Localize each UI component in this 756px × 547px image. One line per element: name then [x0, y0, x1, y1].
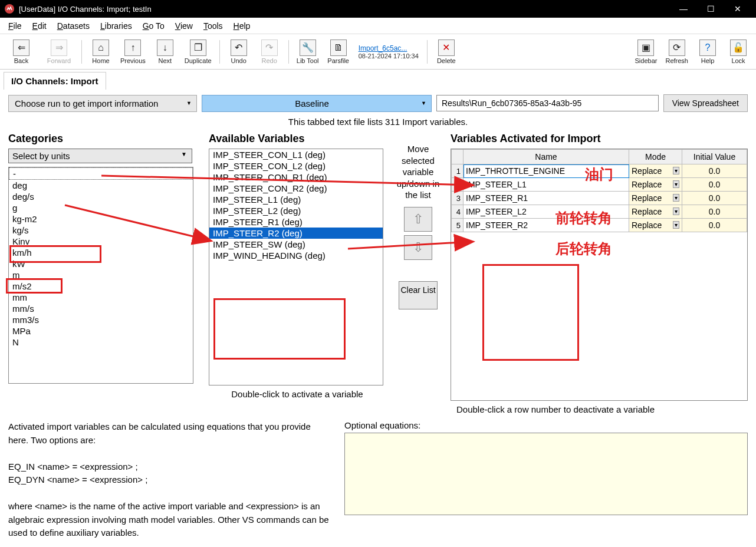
unit-item[interactable]: mm3/s	[9, 314, 193, 325]
mode-cell[interactable]: Replace	[629, 205, 682, 219]
menu-view[interactable]: View	[170, 20, 198, 32]
select-by-units-dropdown[interactable]: Select by units	[8, 149, 192, 163]
close-button[interactable]: ✕	[724, 0, 751, 18]
categories-title: Categories	[8, 133, 203, 145]
undo-icon: ↶	[231, 39, 247, 56]
sidebar-button[interactable]: ▣Sidebar	[632, 35, 660, 68]
previous-button[interactable]: ↑Previous	[117, 35, 149, 68]
available-item[interactable]: IMP_STEER_CON_R1 (deg)	[209, 172, 383, 183]
unit-item[interactable]: g	[9, 202, 193, 213]
unit-item[interactable]: km/h	[9, 247, 193, 258]
choose-run-dropdown[interactable]: Choose run to get import information	[8, 95, 197, 112]
unit-item[interactable]: deg	[9, 180, 193, 191]
menu-datasets[interactable]: Datasets	[52, 20, 94, 32]
undo-button[interactable]: ↶Undo	[225, 35, 253, 68]
parsfile-button[interactable]: 🗎Parsfile	[324, 35, 353, 68]
optional-equations-textarea[interactable]	[344, 433, 748, 515]
name-cell[interactable]: IMP_STEER_R1	[464, 192, 629, 205]
table-row[interactable]: 2 IMP_STEER_L1 Replace 0.0	[452, 178, 747, 192]
init-cell[interactable]: 0.0	[682, 178, 747, 192]
move-down-button[interactable]: ⇩	[404, 235, 432, 260]
activated-hint: Double-click a row number to deactivate …	[456, 404, 748, 414]
libtool-button[interactable]: 🔧Lib Tool	[294, 35, 322, 68]
name-cell[interactable]: IMP_STEER_R2	[464, 219, 629, 232]
menu-tools[interactable]: Tools	[199, 20, 228, 32]
unit-item[interactable]: MPa	[9, 325, 193, 337]
table-row[interactable]: 1 IMP_THROTTLE_ENGINE Replace 0.0	[452, 164, 747, 178]
refresh-button[interactable]: ⟳Refresh	[662, 35, 691, 68]
available-item[interactable]: IMP_STEER_R1 (deg)	[209, 216, 383, 228]
forward-icon: ⇒	[51, 39, 67, 56]
unit-item[interactable]: kg-m2	[9, 213, 193, 225]
results-path-input[interactable]	[436, 95, 659, 111]
available-item[interactable]: IMP_STEER_R2 (deg)	[209, 228, 383, 239]
mode-cell[interactable]: Replace	[629, 219, 682, 232]
unit-item[interactable]: m/s2	[9, 281, 193, 292]
recent-file-date: 08-21-2024 17:10:34	[359, 52, 419, 60]
menubar: File Edit Datasets Libraries Go To View …	[0, 18, 756, 34]
menu-goto[interactable]: Go To	[138, 20, 169, 32]
init-cell[interactable]: 0.0	[682, 219, 747, 232]
available-item[interactable]: IMP_STEER_CON_L1 (deg)	[209, 149, 383, 160]
unit-item[interactable]: m	[9, 269, 193, 281]
name-cell[interactable]: IMP_STEER_L1	[464, 178, 629, 192]
available-item[interactable]: IMP_WIND_HEADING (deg)	[209, 250, 383, 261]
table-row[interactable]: 3 IMP_STEER_R1 Replace 0.0	[452, 192, 747, 205]
next-button[interactable]: ↓Next	[151, 35, 179, 68]
available-item[interactable]: IMP_STEER_SW (deg)	[209, 239, 383, 250]
back-button[interactable]: ⇐Back	[4, 35, 39, 68]
clear-list-button[interactable]: Clear List	[399, 281, 438, 309]
menu-file[interactable]: File	[4, 20, 27, 32]
unit-item[interactable]: kg/s	[9, 225, 193, 236]
activated-table-wrap: Name Mode Initial Value 1 IMP_THROTTLE_E…	[451, 149, 748, 401]
units-list[interactable]: -degdeg/sgkg-m2kg/sKinvkm/hkWmm/s2mmmm/s…	[8, 167, 193, 384]
bottom-help-text: Activated import variables can be calcul…	[8, 420, 333, 540]
unit-item[interactable]: mm/s	[9, 303, 193, 314]
unit-item[interactable]: deg/s	[9, 191, 193, 202]
available-item[interactable]: IMP_STEER_CON_R2 (deg)	[209, 183, 383, 194]
recent-file[interactable]: Import_6c5ac... 08-21-2024 17:10:34	[355, 35, 422, 68]
duplicate-button[interactable]: ❐Duplicate	[182, 35, 215, 68]
menu-libraries[interactable]: Libraries	[96, 20, 137, 32]
init-cell[interactable]: 0.0	[682, 192, 747, 205]
activated-table[interactable]: Name Mode Initial Value 1 IMP_THROTTLE_E…	[451, 149, 747, 232]
init-cell[interactable]: 0.0	[682, 205, 747, 219]
redo-button[interactable]: ↷Redo	[255, 35, 284, 68]
mode-cell[interactable]: Replace	[629, 164, 682, 178]
mode-cell[interactable]: Replace	[629, 192, 682, 205]
help-button[interactable]: ?Help	[693, 35, 722, 68]
minimize-button[interactable]: —	[670, 0, 697, 18]
move-up-button[interactable]: ⇧	[404, 207, 432, 232]
available-item[interactable]: IMP_STEER_L2 (deg)	[209, 205, 383, 216]
tab-io-channels-import[interactable]: I/O Channels: Import	[4, 72, 106, 90]
unit-item[interactable]: Kinv	[9, 236, 193, 247]
menu-help[interactable]: Help	[229, 20, 255, 32]
sidebar-icon: ▣	[637, 39, 654, 56]
mode-cell[interactable]: Replace	[629, 178, 682, 192]
lock-button[interactable]: 🔓Lock	[724, 35, 752, 68]
home-button[interactable]: ⌂Home	[87, 35, 115, 68]
unit-item[interactable]: kW	[9, 258, 193, 269]
table-row[interactable]: 4 IMP_STEER_L2 Replace 0.0	[452, 205, 747, 219]
duplicate-icon: ❐	[190, 39, 206, 56]
available-item[interactable]: IMP_STEER_CON_L2 (deg)	[209, 160, 383, 172]
name-cell[interactable]: IMP_THROTTLE_ENGINE	[464, 164, 629, 178]
unit-item[interactable]: mm	[9, 292, 193, 303]
unit-item[interactable]: N	[9, 337, 193, 348]
refresh-icon: ⟳	[669, 39, 685, 56]
forward-button[interactable]: ⇒Forward	[41, 35, 77, 68]
delete-button[interactable]: ✕Delete	[432, 35, 461, 68]
baseline-dropdown[interactable]: Baseline	[202, 95, 432, 112]
maximize-button[interactable]: ☐	[697, 0, 724, 18]
init-cell[interactable]: 0.0	[682, 164, 747, 178]
info-line: This tabbed text file lists 311 Import v…	[8, 117, 748, 127]
available-variables-list[interactable]: IMP_STEER_CON_L1 (deg)IMP_STEER_CON_L2 (…	[209, 149, 383, 385]
unit-item[interactable]: -	[9, 167, 193, 180]
available-item[interactable]: IMP_STEER_L1 (deg)	[209, 194, 383, 205]
back-icon: ⇐	[13, 39, 29, 56]
table-row[interactable]: 5 IMP_STEER_R2 Replace 0.0	[452, 219, 747, 232]
toolbar-separator	[81, 40, 82, 64]
name-cell[interactable]: IMP_STEER_L2	[464, 205, 629, 219]
view-spreadsheet-button[interactable]: View Spreadsheet	[663, 94, 748, 112]
menu-edit[interactable]: Edit	[28, 20, 51, 32]
